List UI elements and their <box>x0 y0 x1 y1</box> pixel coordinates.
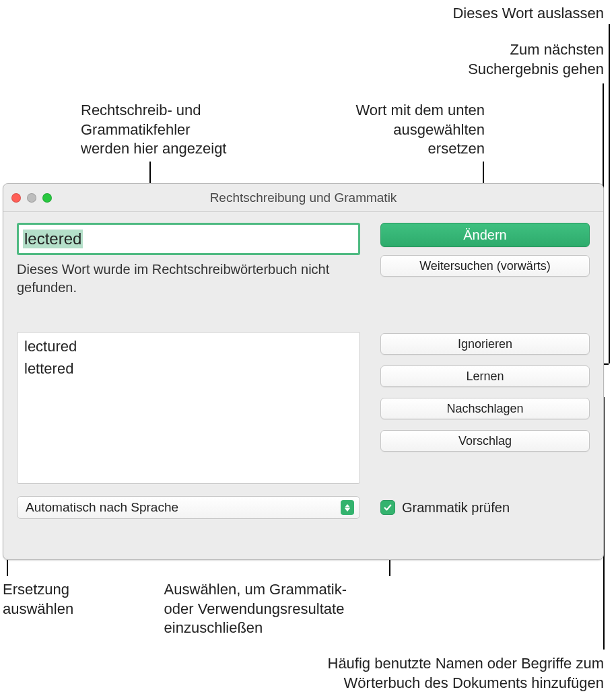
callout-errors-shown: Rechtschreib- und Grammatikfehler werden… <box>81 101 226 159</box>
callout-text: Häufig benutzte Namen oder Begriffe zum <box>328 654 605 674</box>
zoom-icon[interactable] <box>42 193 52 203</box>
window-controls <box>11 193 52 203</box>
callout-add-to-dict: Häufig benutzte Namen oder Begriffe zum … <box>328 654 605 693</box>
change-button[interactable]: Ändern <box>380 223 590 247</box>
callout-text: Auswählen, um Grammatik- <box>164 580 347 600</box>
check-grammar-checkbox[interactable]: Grammatik prüfen <box>380 500 510 516</box>
status-message: Dieses Wort wurde im Rechtschreibwörterb… <box>17 260 360 297</box>
check-grammar-label: Grammatik prüfen <box>402 500 510 516</box>
minimize-icon <box>27 193 36 203</box>
callout-text: ausgewählten <box>355 120 485 140</box>
callout-text: Wort mit dem unten <box>355 101 485 120</box>
suggestions-list[interactable]: lectured lettered <box>17 332 360 484</box>
callout-text: oder Verwendungsresultate <box>164 600 347 619</box>
popup-arrows-icon <box>341 500 354 515</box>
callout-text: Grammatikfehler <box>81 120 226 140</box>
leader-line <box>609 24 610 363</box>
callout-choose-replacement: Ersetzung auswählen <box>3 580 73 619</box>
callout-text: Wörterbuch des Dokuments hinzufügen <box>328 674 605 693</box>
window-title: Rechtschreibung und Grammatik <box>3 190 603 205</box>
list-item[interactable]: lectured <box>24 335 353 357</box>
suggest-button[interactable]: Vorschlag <box>380 430 590 452</box>
callout-text: werden hier angezeigt <box>81 139 226 159</box>
callout-text: Suchergebnis gehen <box>468 60 604 79</box>
callout-include-grammar: Auswählen, um Grammatik- oder Verwendung… <box>164 580 347 638</box>
language-popup[interactable]: Automatisch nach Sprache <box>17 496 360 519</box>
titlebar: Rechtschreibung und Grammatik <box>3 184 603 212</box>
callout-text: einzuschließen <box>164 619 347 638</box>
callout-text: Rechtschreib- und <box>81 101 226 120</box>
callout-skip-word: Dieses Wort auslassen <box>452 4 604 24</box>
callout-text: ersetzen <box>355 139 485 159</box>
window-content: lectered Dieses Wort wurde im Rechtschre… <box>3 212 603 532</box>
callout-next-result: Zum nächsten Suchergebnis gehen <box>468 40 604 79</box>
list-item[interactable]: lettered <box>24 357 353 380</box>
misspelled-word-field[interactable]: lectered <box>17 223 360 255</box>
learn-button[interactable]: Lernen <box>380 365 590 387</box>
lookup-button[interactable]: Nachschlagen <box>380 398 590 419</box>
find-next-button[interactable]: Weitersuchen (vorwärts) <box>380 255 590 277</box>
callout-text: Ersetzung <box>3 580 73 600</box>
checkmark-icon <box>380 500 395 515</box>
spelling-grammar-window: Rechtschreibung und Grammatik lectered D… <box>3 183 604 560</box>
misspelled-word-text: lectered <box>23 230 83 248</box>
callout-text: Zum nächsten <box>468 40 604 60</box>
language-selected-label: Automatisch nach Sprache <box>26 500 178 515</box>
ignore-button[interactable]: Ignorieren <box>380 333 590 355</box>
callout-text: auswählen <box>3 600 73 619</box>
close-icon[interactable] <box>11 193 21 203</box>
callout-replace-word: Wort mit dem unten ausgewählten ersetzen <box>355 101 485 159</box>
